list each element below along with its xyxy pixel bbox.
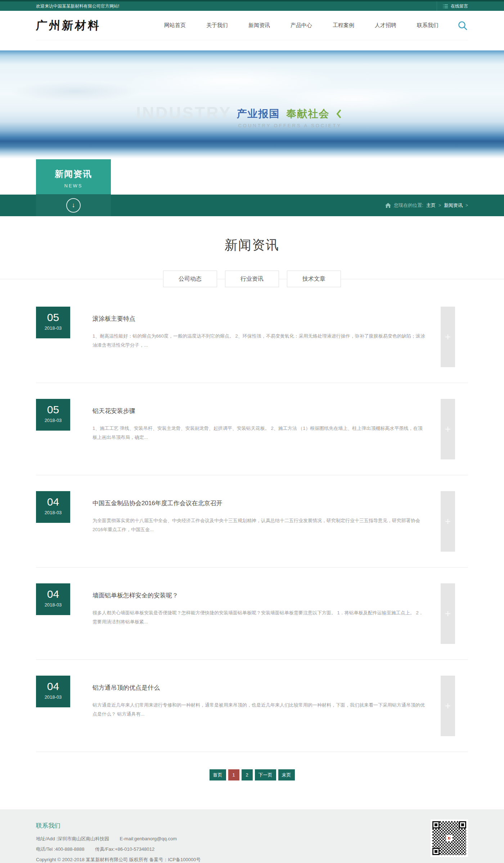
qr-finder-icon [459,821,466,828]
news-item[interactable]: 05 2018-03 滚涂板主要特点 1、耐高温性能好：铝的熔点为660度，一般… [36,307,468,383]
news-date-day: 04 [36,491,70,508]
news-title[interactable]: 中国五金制品协会2016年度工作会议在北京召开 [93,491,426,507]
down-arrow-icon: ↓ [72,201,75,209]
site-footer: 联系我们 地址/Add :深圳市南山区南山科技园 E-mail:genbanor… [0,809,504,863]
section-title-box: 新闻资讯 NEWS ↓ [36,159,111,216]
news-date-box: 04 2018-03 [36,583,70,615]
news-excerpt: 1、施工工艺 弹线、安装吊杆、安装主龙骨、安装副龙骨、起拱调平、安装铝天花板。 … [93,424,426,442]
news-item[interactable]: 04 2018-03 墙面铝单板怎样安全的安装呢？ 很多人都关心墙面铝单板安装是… [36,568,468,660]
message-list-icon [443,4,448,9]
banner-watermark-text: INDUSTRY [136,104,231,121]
section-band: 您现在的位置: 主页 > 新闻资讯 > 新闻资讯 NEWS ↓ [0,159,504,216]
slogan-green-text: 奉献社会 [286,107,329,121]
news-excerpt: 很多人都关心墙面铝单板安装是否便捷呢？怎样能方便快捷的安装墙面铝单板呢？安装墙面… [93,608,426,626]
news-date-box: 04 2018-03 [36,491,70,523]
qr-finder-icon [432,821,440,828]
pagination-first[interactable]: 首页 [210,769,226,780]
news-date-month: 2018-03 [36,510,70,515]
nav-item-home[interactable]: 网站首页 [164,22,186,29]
pagination: 首页 1 2 下一页 末页 [36,769,468,780]
tab-tech-articles[interactable]: 技术文章 [287,271,341,287]
main-content: 新闻资讯 公司动态 行业资讯 技术文章 05 2018-03 滚涂板主要特点 1… [0,216,504,780]
search-icon[interactable] [457,20,468,31]
footer-address: 地址/Add :深圳市南山区南山科技园 [36,836,109,841]
news-date-month: 2018-03 [36,418,70,423]
plus-icon: + [445,423,451,435]
welcome-text: 欢迎来访中国某某新材料有限公司官方网站! [36,3,119,9]
breadcrumb-current-link[interactable]: 新闻资讯 [444,202,463,209]
home-icon [385,203,391,208]
plus-icon: + [445,700,451,712]
news-title[interactable]: 墙面铝单板怎样安全的安装呢？ [93,583,426,600]
news-title[interactable]: 铝方通吊顶的优点是什么 [93,676,426,692]
footer-fax: 传真/Fax:+86-010-57348012 [95,846,154,852]
main-nav: 网站首页 关于我们 新闻资讯 产品中心 工程案例 人才招聘 联系我们 [164,22,438,29]
scroll-down-button[interactable]: ↓ [66,198,81,213]
tab-company-news[interactable]: 公司动态 [163,271,217,287]
news-item[interactable]: 04 2018-03 中国五金制品协会2016年度工作会议在北京召开 为全面贯彻… [36,475,468,568]
breadcrumb-prefix: 您现在的位置: [394,202,423,209]
news-excerpt: 为全面贯彻落实党的十八届五中全会、中央经济工作会议及中央十三五规划精神，认真总结… [93,516,426,534]
slogan-sub-text: COUNTRY OFFERS A SOCIETY [238,123,342,128]
news-date-box: 05 2018-03 [36,307,70,338]
breadcrumb-home-link[interactable]: 主页 [426,202,436,209]
online-message-label: 在线留言 [451,3,468,9]
news-title[interactable]: 滚涂板主要特点 [93,307,426,323]
site-logo[interactable]: 广州新材料 [36,18,101,33]
nav-item-about[interactable]: 关于我们 [206,22,228,29]
news-title[interactable]: 铝天花安装步骤 [93,399,426,415]
online-message-link[interactable]: 在线留言 [437,1,468,11]
topbar: 欢迎来访中国某某新材料有限公司官方网站! 在线留言 [0,0,504,11]
plus-icon: + [445,516,451,527]
news-more-button[interactable]: + [441,676,455,736]
news-item[interactable]: 04 2018-03 铝方通吊顶的优点是什么 铝方通是近几年来人们常用来进行专修… [36,660,468,752]
section-title-cn: 新闻资讯 [36,159,111,180]
pagination-page-1[interactable]: 1 [228,769,239,780]
footer-heading: 联系我们 [36,822,468,830]
pagination-next[interactable]: 下一页 [255,769,276,780]
news-list: 05 2018-03 滚涂板主要特点 1、耐高温性能好：铝的熔点为660度，一般… [36,307,468,752]
news-date-month: 2018-03 [36,602,70,608]
page-title: 新闻资讯 [0,216,504,254]
news-date-day: 05 [36,307,70,323]
news-more-button[interactable]: + [441,307,455,367]
news-item[interactable]: 05 2018-03 铝天花安装步骤 1、施工工艺 弹线、安装吊杆、安装主龙骨、… [36,383,468,475]
news-more-button[interactable]: + [441,491,455,552]
nav-item-contact[interactable]: 联系我们 [417,22,438,29]
news-more-button[interactable]: + [441,583,455,644]
plus-icon: + [445,608,451,619]
site-header: 广州新材料 网站首页 关于我们 新闻资讯 产品中心 工程案例 人才招聘 联系我们 [0,11,504,50]
footer-phone-line: 电话/Tel :400-888-8888 传真/Fax:+86-010-5734… [36,846,468,853]
hero-banner: INDUSTRY 产业报国 奉献社会 COUNTRY OFFERS A SOCI… [0,50,504,159]
footer-email: E-mail:genbanorg@qq.com [120,836,177,841]
qr-center-logo: 彩 [446,835,453,841]
section-title-en: NEWS [36,183,111,188]
nav-item-news[interactable]: 新闻资讯 [248,22,270,29]
news-excerpt: 1、耐高温性能好：铝的熔点为660度，一般的温度达不到它的熔点。 2、环保性强，… [93,332,426,350]
news-date-month: 2018-03 [36,325,70,331]
news-date-day: 05 [36,399,70,415]
tab-industry-news[interactable]: 行业资讯 [225,271,279,287]
news-date-box: 04 2018-03 [36,676,70,707]
qr-code: 彩 [431,819,468,857]
news-date-box: 05 2018-03 [36,399,70,431]
news-date-day: 04 [36,583,70,600]
news-category-tabs: 公司动态 行业资讯 技术文章 [0,271,504,287]
news-date-day: 04 [36,676,70,692]
plus-icon: + [445,331,451,343]
footer-address-line: 地址/Add :深圳市南山区南山科技园 E-mail:genbanorg@qq.… [36,836,468,842]
nav-item-products[interactable]: 产品中心 [291,22,312,29]
chevron-left-icon [336,109,342,119]
banner-slogan: 产业报国 奉献社会 COUNTRY OFFERS A SOCIETY [237,107,342,128]
qr-finder-icon [432,848,440,855]
slogan-blue-text: 产业报国 [237,107,280,121]
news-more-button[interactable]: + [441,399,455,459]
pagination-last[interactable]: 末页 [278,769,295,780]
news-excerpt: 铝方通是近几年来人们常用来进行专修和的一种材料，通常是被用来吊顶的，也是近几年来… [93,700,426,719]
nav-item-cases[interactable]: 工程案例 [333,22,354,29]
footer-copyright: Copyright © 2002-2018 某某新材料有限公司 版权所有 备案号… [36,857,468,863]
breadcrumb: 您现在的位置: 主页 > 新闻资讯 > [385,195,468,216]
news-date-month: 2018-03 [36,694,70,700]
pagination-page-2[interactable]: 2 [242,769,253,780]
nav-item-jobs[interactable]: 人才招聘 [375,22,396,29]
